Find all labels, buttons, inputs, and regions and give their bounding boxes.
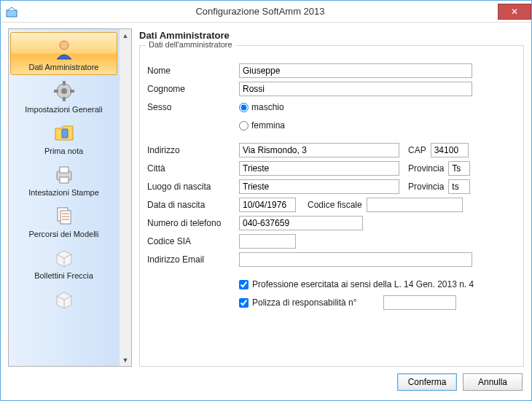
label-nome: Nome [147, 66, 235, 76]
sidebar-item-1[interactable]: Impostazioni Generali [10, 75, 117, 117]
sidebar-item-4[interactable]: Percorsi dei Modelli [10, 200, 117, 241]
box-icon [51, 244, 77, 270]
email-field[interactable] [239, 252, 472, 267]
label-citta: Città [147, 163, 235, 174]
cognome-field[interactable] [239, 82, 472, 96]
sidebar-item-2[interactable]: Prima nota [10, 117, 117, 158]
dialog-footer: Conferma Annulla [1, 371, 531, 400]
scroll-track[interactable] [120, 42, 131, 354]
label-maschio: maschio [251, 102, 284, 112]
window-title: Configurazione SoftAmm 2013 [23, 6, 498, 17]
label-luogo-nascita: Luogo di nascita [147, 182, 235, 192]
printer-icon [51, 161, 77, 187]
label-sesso: Sesso [147, 102, 235, 112]
luogo-nascita-field[interactable] [239, 179, 399, 194]
label-femmina: femmina [251, 120, 285, 131]
nome-field[interactable] [239, 63, 472, 78]
box-icon [51, 286, 77, 312]
svg-rect-8 [62, 129, 68, 138]
label-polizza: Polizza di responsabilità n° [252, 297, 357, 308]
cancel-button[interactable]: Annulla [463, 373, 523, 391]
provincia-nascita-field[interactable] [448, 179, 470, 194]
professione-checkbox[interactable]: Professione esercitata ai sensi della L.… [239, 279, 474, 289]
sidebar-item-5[interactable]: Bollettini Freccia [10, 241, 117, 283]
titlebar: Configurazione SoftAmm 2013 ✕ [1, 1, 531, 23]
label-codice-fiscale: Codice fiscale [308, 200, 362, 210]
sesso-maschio-radio[interactable]: maschio [239, 102, 284, 112]
label-indirizzo: Indirizzo [147, 145, 235, 155]
svg-point-3 [61, 88, 67, 94]
sidebar-scrollbar[interactable]: ▲ ▼ [119, 29, 131, 366]
group-legend: Dati dell'amministratore [146, 40, 235, 49]
app-icon [1, 1, 23, 23]
svg-rect-10 [60, 167, 69, 173]
data-nascita-field[interactable] [239, 198, 296, 212]
scroll-down-icon[interactable]: ▼ [120, 354, 131, 366]
sidebar-item-3[interactable]: Intestazioni Stampe [10, 158, 117, 200]
sidebar-item-label: Prima nota [44, 147, 83, 155]
admin-data-group: Dati dell'amministratore Nome Cognome Se… [139, 45, 524, 367]
citta-field[interactable] [239, 161, 399, 176]
svg-point-1 [60, 41, 69, 50]
label-provincia-citta: Provincia [408, 163, 444, 174]
sidebar-container: Dati AmministratoreImpostazioni Generali… [8, 28, 132, 367]
scroll-up-icon[interactable]: ▲ [120, 29, 131, 42]
polizza-numero-field[interactable] [383, 295, 456, 310]
label-cognome: Cognome [147, 84, 235, 94]
cap-field[interactable] [431, 143, 469, 157]
codice-fiscale-field[interactable] [367, 198, 463, 212]
main-panel: Dati Amministratore Dati dell'amministra… [139, 28, 524, 367]
gear-icon [51, 78, 77, 104]
label-telefono: Numero di telefono [147, 218, 235, 228]
label-email: Indirizzo Email [147, 254, 235, 265]
label-data-nascita: Data di nascita [147, 200, 235, 210]
codice-sia-field[interactable] [239, 234, 296, 249]
indirizzo-field[interactable] [239, 143, 399, 157]
telefono-field[interactable] [239, 216, 363, 230]
svg-rect-0 [7, 10, 17, 17]
sidebar-item-label: Impostazioni Generali [25, 105, 102, 114]
polizza-checkbox[interactable]: Polizza di responsabilità n° [239, 297, 357, 308]
svg-rect-11 [60, 177, 69, 183]
svg-rect-13 [60, 211, 71, 224]
sidebar-item-label: Percorsi dei Modelli [29, 230, 99, 238]
folder-phone-icon [51, 120, 77, 146]
sidebar-item-label: Intestazioni Stampe [28, 188, 99, 197]
label-provincia-nascita: Provincia [408, 182, 444, 192]
label-professione: Professione esercitata ai sensi della L.… [252, 279, 474, 289]
sidebar-item-6[interactable] [10, 283, 117, 316]
sidebar-item-label: Bollettini Freccia [34, 271, 93, 280]
sidebar-item-0[interactable]: Dati Amministratore [10, 32, 117, 75]
close-icon: ✕ [511, 7, 518, 17]
documents-icon [51, 203, 77, 229]
confirm-button[interactable]: Conferma [397, 373, 457, 391]
label-cap: CAP [408, 145, 426, 155]
sidebar: Dati AmministratoreImpostazioni Generali… [9, 29, 119, 366]
close-button[interactable]: ✕ [498, 4, 531, 20]
sidebar-item-label: Dati Amministratore [29, 63, 99, 71]
sesso-femmina-radio[interactable]: femmina [239, 120, 285, 131]
label-codice-sia: Codice SIA [147, 236, 235, 246]
user-icon [51, 36, 77, 62]
config-window: Configurazione SoftAmm 2013 ✕ Dati Ammin… [0, 0, 532, 401]
provincia-citta-field[interactable] [448, 161, 470, 176]
